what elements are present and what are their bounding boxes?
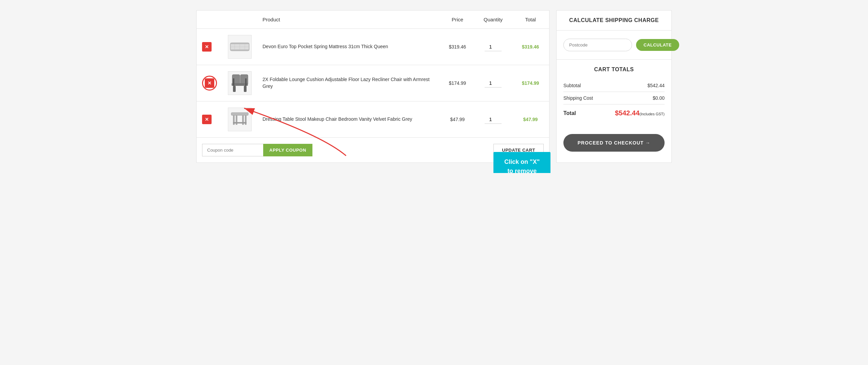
apply-coupon-button[interactable]: APPLY COUPON xyxy=(263,144,312,156)
shipping-section-title: CALCULATE SHIPPING CHARGE xyxy=(557,11,671,31)
total-row: Total $542.44(Includes GST) xyxy=(563,104,665,120)
product-name: Dressing Table Stool Makeup Chair Bedroo… xyxy=(263,116,412,122)
total-cell: $319.46 xyxy=(512,29,549,65)
cart-footer: APPLY COUPON UPDATE CART Click on "X" to… xyxy=(197,138,549,162)
item-price: $174.99 xyxy=(449,80,466,86)
page-wrapper: Product Price Quantity Total ✕ xyxy=(196,10,672,163)
col-qty-header: Quantity xyxy=(474,11,512,29)
item-total: $174.99 xyxy=(522,80,539,86)
product-image-cell xyxy=(222,101,257,138)
product-name: Devon Euro Top Pocket Spring Mattress 31… xyxy=(263,44,388,49)
item-price: $319.46 xyxy=(449,44,466,50)
remove-button[interactable]: ✕ xyxy=(202,42,212,52)
cart-table: Product Price Quantity Total ✕ xyxy=(197,11,549,138)
qty-cell[interactable] xyxy=(474,101,512,138)
subtotal-value: $542.44 xyxy=(647,83,665,88)
svg-rect-12 xyxy=(244,86,247,92)
svg-rect-20 xyxy=(233,122,247,123)
checkout-button[interactable]: PROCEED TO CHECKOUT → xyxy=(563,134,665,152)
right-panel: CALCULATE SHIPPING CHARGE CALCULATE CART… xyxy=(556,10,672,163)
product-image xyxy=(228,71,252,95)
includes-gst: (Includes GST) xyxy=(639,112,665,116)
postcode-input[interactable] xyxy=(563,39,632,51)
svg-rect-15 xyxy=(231,113,248,115)
col-price-header: Price xyxy=(440,11,474,29)
remove-button[interactable]: ✕ xyxy=(202,115,212,124)
remove-cell: ✕ xyxy=(197,29,222,65)
table-row: ✕ xyxy=(197,101,549,138)
shipping-row: Shipping Cost $0.00 xyxy=(563,92,665,104)
price-cell: $174.99 xyxy=(440,65,474,101)
item-total: $47.99 xyxy=(523,117,538,122)
item-total: $319.46 xyxy=(522,44,539,50)
product-name-cell: Devon Euro Top Pocket Spring Mattress 31… xyxy=(257,29,440,65)
col-image-header xyxy=(222,11,257,29)
item-price: $47.99 xyxy=(450,117,465,122)
price-cell: $47.99 xyxy=(440,101,474,138)
calculate-button[interactable]: CALCULATE xyxy=(636,39,679,51)
total-cell: $47.99 xyxy=(512,101,549,138)
shipping-section: CALCULATE xyxy=(557,31,671,60)
col-total-header: Total xyxy=(512,11,549,29)
table-row: ✕ xyxy=(197,65,549,101)
svg-rect-6 xyxy=(230,50,249,51)
svg-rect-13 xyxy=(233,78,234,86)
update-area: UPDATE CART Click on "X" to remove item xyxy=(493,144,544,156)
qty-input[interactable] xyxy=(485,79,502,88)
qty-cell[interactable] xyxy=(474,29,512,65)
coupon-area: APPLY COUPON xyxy=(202,144,312,156)
product-image xyxy=(228,108,252,131)
total-label: Total xyxy=(563,110,576,116)
tooltip-line1: Click on "X" to remove xyxy=(502,157,542,173)
total-value-area: $542.44(Includes GST) xyxy=(615,109,665,117)
subtotal-label: Subtotal xyxy=(563,83,581,88)
annotation-tooltip: Click on "X" to remove item xyxy=(493,152,550,173)
shipping-value: $0.00 xyxy=(653,95,665,101)
remove-cell-highlighted: ✕ xyxy=(197,65,222,101)
tooltip-text: Click on "X" to remove item xyxy=(493,152,550,173)
price-cell: $319.46 xyxy=(440,29,474,65)
subtotal-row: Subtotal $542.44 xyxy=(563,79,665,92)
svg-rect-7 xyxy=(230,43,249,44)
remove-button-highlighted[interactable]: ✕ xyxy=(205,78,214,88)
qty-input[interactable] xyxy=(485,115,502,124)
product-name-cell: 2X Foldable Lounge Cushion Adjustable Fl… xyxy=(257,65,440,101)
cart-totals-title: CART TOTALS xyxy=(563,66,665,73)
qty-cell[interactable] xyxy=(474,65,512,101)
remove-btn-circle: ✕ xyxy=(202,76,217,91)
table-row: ✕ xyxy=(197,29,549,65)
svg-rect-11 xyxy=(233,86,236,92)
qty-input[interactable] xyxy=(485,42,502,51)
coupon-input[interactable] xyxy=(202,144,263,156)
product-name: 2X Foldable Lounge Cushion Adjustable Fl… xyxy=(263,77,430,89)
product-image xyxy=(228,35,252,59)
col-remove-header xyxy=(197,11,222,29)
remove-cell: ✕ xyxy=(197,101,222,138)
shipping-label: Shipping Cost xyxy=(563,95,593,101)
svg-rect-14 xyxy=(245,78,247,86)
cart-totals-section: CART TOTALS Subtotal $542.44 Shipping Co… xyxy=(557,60,671,127)
cart-panel: Product Price Quantity Total ✕ xyxy=(196,10,549,163)
total-cell: $174.99 xyxy=(512,65,549,101)
product-image-cell xyxy=(222,29,257,65)
product-image-cell xyxy=(222,65,257,101)
total-amount: $542.44 xyxy=(615,109,639,117)
product-name-cell: Dressing Table Stool Makeup Chair Bedroo… xyxy=(257,101,440,138)
col-product-header: Product xyxy=(257,11,440,29)
